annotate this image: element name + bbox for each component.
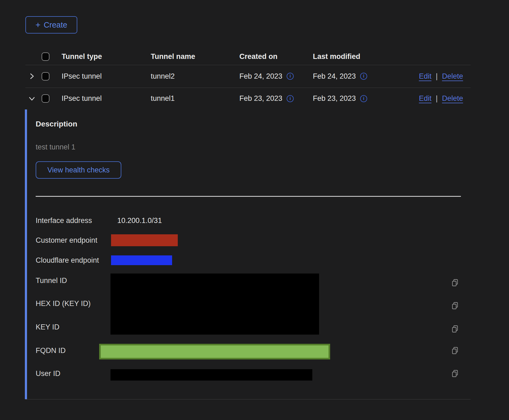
field-label: Cloudflare endpoint (36, 255, 99, 266)
header-tunnel-name: Tunnel name (151, 48, 195, 65)
customer-endpoint-redacted-value (111, 234, 178, 246)
fqdn-id-redacted-value (99, 344, 330, 359)
cloudflare-endpoint-redacted-value (111, 255, 172, 265)
user-id-redacted-value (110, 369, 312, 381)
copy-icon[interactable] (451, 301, 459, 310)
last-modified-value: Feb 23, 2023 (313, 94, 356, 103)
table-row: IPsec tunnel tunnel2 Feb 24, 2023 i Feb … (25, 65, 471, 88)
action-separator: | (436, 94, 438, 103)
info-circle-icon[interactable]: i (360, 73, 367, 80)
field-label: Tunnel ID (36, 275, 67, 286)
info-circle-icon[interactable]: i (360, 95, 367, 102)
header-created-on: Created on (239, 48, 277, 65)
edit-link[interactable]: Edit (419, 72, 431, 81)
field-label: Customer endpoint (36, 235, 97, 246)
create-button-label: Create (44, 21, 67, 29)
view-health-checks-button[interactable]: View health checks (36, 161, 121, 179)
edit-link[interactable]: Edit (419, 94, 431, 103)
info-circle-icon[interactable]: i (287, 73, 294, 80)
tunnel-detail-panel: Description test tunnel 1 View health ch… (25, 109, 471, 399)
copy-icon[interactable] (451, 278, 459, 287)
tunnel-hex-key-id-redacted-value (110, 274, 319, 335)
expanded-row-indicator-bar (25, 109, 27, 399)
row-checkbox[interactable] (42, 72, 49, 81)
description-label: Description (36, 120, 77, 128)
tunnel-name-cell: tunnel2 (151, 65, 175, 88)
chevron-right-icon[interactable] (27, 65, 37, 88)
field-label: User ID (36, 368, 61, 379)
tunnel-name-cell: tunnel1 (151, 88, 175, 109)
action-separator: | (436, 72, 438, 81)
field-label: FQDN ID (36, 345, 66, 356)
interface-address-value: 10.200.1.0/31 (117, 215, 162, 226)
row-checkbox[interactable] (42, 94, 49, 103)
header-tunnel-type: Tunnel type (62, 48, 102, 65)
description-value: test tunnel 1 (36, 143, 75, 151)
field-label: HEX ID (KEY ID) (36, 298, 91, 309)
created-on-value: Feb 24, 2023 (239, 72, 282, 81)
copy-icon[interactable] (451, 325, 459, 333)
info-circle-icon[interactable]: i (287, 95, 294, 102)
tunnel-type-cell: IPsec tunnel (62, 88, 102, 109)
table-row: IPsec tunnel tunnel1 Feb 23, 2023 i Feb … (25, 88, 471, 109)
field-label: KEY ID (36, 322, 59, 332)
field-label: Interface address (36, 215, 92, 226)
chevron-down-icon[interactable] (27, 88, 37, 109)
plus-icon: + (35, 21, 41, 29)
delete-link[interactable]: Delete (442, 94, 463, 103)
section-divider (36, 196, 461, 197)
select-all-checkbox[interactable] (42, 52, 49, 61)
delete-link[interactable]: Delete (442, 72, 463, 81)
create-button[interactable]: + Create (25, 16, 77, 34)
copy-icon[interactable] (451, 369, 459, 378)
last-modified-value: Feb 24, 2023 (313, 72, 356, 81)
created-on-value: Feb 23, 2023 (239, 94, 282, 103)
header-last-modified: Last modified (313, 48, 360, 65)
tunnel-type-cell: IPsec tunnel (62, 65, 102, 88)
table-header-row: Tunnel type Tunnel name Created on Last … (25, 48, 471, 65)
copy-icon[interactable] (451, 346, 459, 355)
select-all-cell (42, 48, 53, 65)
